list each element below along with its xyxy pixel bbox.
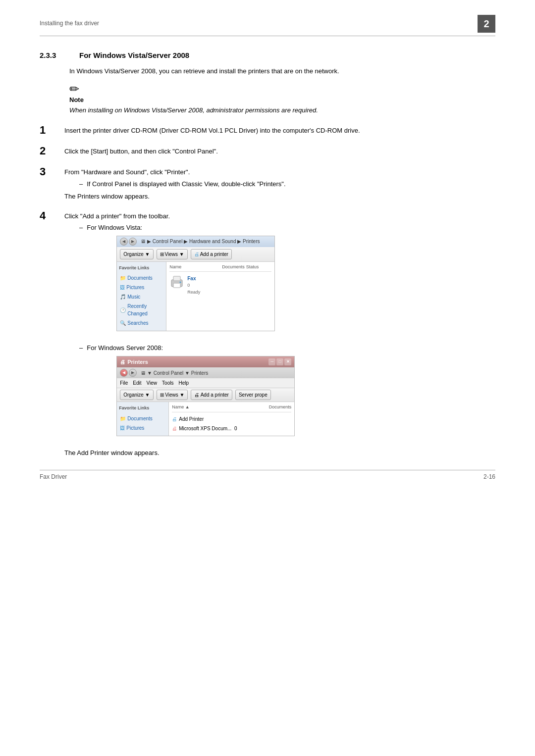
step-1-content: Insert the printer driver CD-ROM (Driver… xyxy=(64,124,495,136)
step-3: 3 From "Hardware and Sound", click "Prin… xyxy=(40,165,495,202)
menu-tools[interactable]: Tools xyxy=(162,379,173,387)
server-col-headers: Name ▲ Documents xyxy=(172,404,291,412)
note-block: ✏ Note When installing on Windows Vista/… xyxy=(69,83,495,115)
section-title: For Windows Vista/Server 2008 xyxy=(79,51,189,59)
server-breadcrumb-icon: 🖥 xyxy=(141,370,146,376)
vista-col-headers: Name Documents Status xyxy=(169,264,271,272)
svg-point-3 xyxy=(180,282,181,283)
breadcrumb-sep3: ▶ xyxy=(237,239,243,244)
step-2-content: Click the [Start] button, and then click… xyxy=(64,145,495,156)
vista-content: Favorite Links 📁 Documents 🖼 Pictures xyxy=(117,262,274,331)
page-header: Installing the fax driver 2 xyxy=(40,20,495,36)
step-4-content: Click "Add a printer" from the toolbar. … xyxy=(64,209,495,458)
vista-sidebar-recently-changed[interactable]: 🕐 Recently Changed xyxy=(119,302,164,318)
page-number: 2 xyxy=(478,15,495,33)
vista-views-btn[interactable]: ⊞ Views ▼ xyxy=(157,249,188,259)
vista-sidebar-pictures[interactable]: 🖼 Pictures xyxy=(119,283,164,292)
server-add-printer-btn[interactable]: 🖨 Add a printer xyxy=(191,390,232,400)
menu-edit[interactable]: Edit xyxy=(133,379,141,387)
menu-view[interactable]: View xyxy=(147,379,158,387)
step-3-content: From "Hardware and Sound", click "Printe… xyxy=(64,165,495,202)
server-views-btn[interactable]: ⊞ Views ▼ xyxy=(157,390,188,400)
server-sidebar-pictures[interactable]: 🖼 Pictures xyxy=(119,423,166,433)
page-footer: Fax Driver 2-16 xyxy=(40,470,495,480)
maximize-btn[interactable]: □ xyxy=(276,358,283,365)
server-server-props-btn[interactable]: Server prope xyxy=(235,390,271,400)
pictures-icon: 🖼 xyxy=(120,284,125,291)
vista-views-label: Views ▼ xyxy=(165,251,184,258)
vista-nav-bar: ◀ ▶ 🖥 ▶ Control Panel ▶ Hardware and Sou… xyxy=(117,236,274,247)
vista-printer-item: Fax 0 Ready xyxy=(169,274,271,297)
server-xps-name: Microsoft XPS Docum... 0 xyxy=(179,425,237,432)
recently-changed-label: Recently Changed xyxy=(127,302,163,317)
close-btn[interactable]: ✕ xyxy=(284,358,291,365)
breadcrumb-sep1: ▶ xyxy=(147,239,153,244)
vista-sidebar: Favorite Links 📁 Documents 🖼 Pictures xyxy=(117,262,166,331)
server-nav-bar: ◀ ▶ 🖥 ▼ Control Panel ▼ Printers xyxy=(117,367,294,378)
vista-printer-docs: 0 xyxy=(187,282,200,289)
server-label: For Windows Server 2008: xyxy=(87,343,295,353)
vista-screenshot: ◀ ▶ 🖥 ▶ Control Panel ▶ Hardware and Sou… xyxy=(116,236,275,332)
vista-add-printer-icon: 🖨 xyxy=(194,251,199,258)
dash-icon-vista: – xyxy=(79,223,83,338)
menu-help[interactable]: Help xyxy=(178,379,189,387)
server-menu-bar: File Edit View Tools Help xyxy=(117,378,294,388)
recently-changed-icon: 🕐 xyxy=(120,306,126,314)
server-back-btn[interactable]: ◀ xyxy=(120,369,128,377)
server-pictures-label: Pictures xyxy=(126,424,144,432)
vista-sidebar-music[interactable]: 🎵 Music xyxy=(119,292,164,302)
vista-back-btn[interactable]: ◀ xyxy=(120,238,128,246)
vista-forward-btn[interactable]: ▶ xyxy=(129,238,137,246)
vista-sidebar-title: Favorite Links xyxy=(119,265,164,272)
footer-right: 2-16 xyxy=(483,473,495,480)
step-3-number: 3 xyxy=(40,165,64,178)
minimize-btn[interactable]: ─ xyxy=(268,358,275,365)
vista-add-printer-btn[interactable]: 🖨 Add a printer xyxy=(191,249,232,259)
server-sidebar-documents[interactable]: 📁 Documents xyxy=(119,414,166,423)
intro-text: In Windows Vista/Server 2008, you can re… xyxy=(69,66,495,76)
vista-breadcrumb: 🖥 ▶ Control Panel ▶ Hardware and Sound ▶… xyxy=(141,238,260,245)
server-toolbar: Organize ▼ ⊞ Views ▼ 🖨 Add a printer Ser… xyxy=(117,388,294,402)
menu-file[interactable]: File xyxy=(120,379,128,387)
step-1-number: 1 xyxy=(40,124,64,137)
vista-col-status: Status xyxy=(246,264,272,271)
step-1: 1 Insert the printer driver CD-ROM (Driv… xyxy=(40,124,495,137)
server-breadcrumb-sep2: ▼ xyxy=(185,370,191,376)
server-window-controls: ─ □ ✕ xyxy=(268,358,291,365)
server-breadcrumb: 🖥 ▼ Control Panel ▼ Printers xyxy=(141,369,208,377)
server-sidebar-title: Favorite Links xyxy=(119,405,166,412)
step-2: 2 Click the [Start] button, and then cli… xyxy=(40,145,495,157)
music-icon: 🎵 xyxy=(120,293,126,301)
server-title-area: 🖨 Printers xyxy=(120,358,148,366)
vista-sidebar-searches[interactable]: 🔍 Searches xyxy=(119,318,164,328)
server-col-name: Name ▲ xyxy=(172,404,252,411)
step-3-sub-1: – If Control Panel is displayed with Cla… xyxy=(79,179,495,189)
server-forward-btn[interactable]: ▶ xyxy=(129,369,137,377)
vista-views-icon: ⊞ xyxy=(160,251,164,258)
server-nav-circles: ◀ ▶ xyxy=(120,369,137,377)
searches-label: Searches xyxy=(127,319,148,327)
server-screenshot: 🖨 Printers ─ □ ✕ xyxy=(116,356,295,436)
server-xps-icon: 🖨 xyxy=(172,425,177,432)
svg-rect-2 xyxy=(173,283,180,288)
server-add-printer-name: Add Printer xyxy=(179,415,204,423)
dash-icon-server: – xyxy=(79,343,83,443)
step-4-sub-server: – For Windows Server 2008: 🖨 Printers xyxy=(79,343,495,443)
vista-label: For Windows Vista: xyxy=(87,223,275,233)
vista-organize-btn[interactable]: Organize ▼ xyxy=(120,249,153,259)
breadcrumb-sep2: ▶ xyxy=(184,239,189,244)
server-titlebar: 🖨 Printers ─ □ ✕ xyxy=(117,356,294,368)
server-documents-label: Documents xyxy=(127,415,153,422)
server-sidebar: Favorite Links 📁 Documents 🖼 Pictures xyxy=(117,402,169,436)
step-2-number: 2 xyxy=(40,145,64,157)
vista-col-name: Name xyxy=(169,264,220,271)
vista-breadcrumb-cp: Control Panel xyxy=(153,239,183,244)
server-main: Name ▲ Documents 🖨 Add Printer 🖨 xyxy=(169,402,294,436)
documents-label: Documents xyxy=(127,274,153,282)
note-icon: ✏ xyxy=(69,83,495,95)
vista-sidebar-documents[interactable]: 📁 Documents xyxy=(119,273,164,283)
vista-main: Name Documents Status xyxy=(166,262,274,331)
server-organize-btn[interactable]: Organize ▼ xyxy=(120,390,153,400)
server-col-docs: Documents xyxy=(252,404,291,411)
step-4-sub-vista: – For Windows Vista: ◀ ▶ xyxy=(79,223,495,338)
